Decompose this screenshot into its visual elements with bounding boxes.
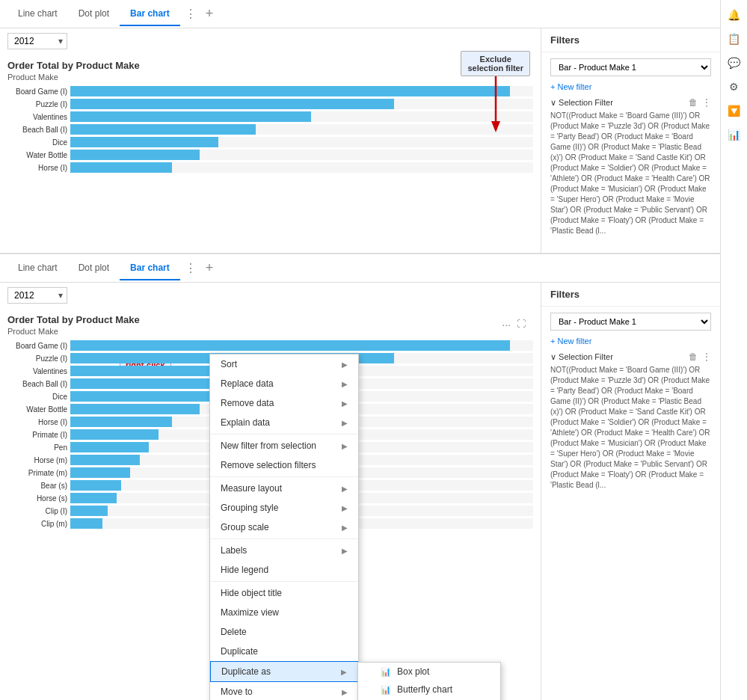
bottom-tab-add-icon[interactable]: +	[203, 257, 217, 279]
bottom-chart-title: Order Total by Product Make	[7, 314, 533, 325]
bottom-new-filter-btn[interactable]: + New filter	[550, 337, 711, 346]
ctx-hide-obj-title-label: Hide object title	[221, 588, 282, 598]
bar-fill	[70, 111, 311, 122]
bottom-chart-dots[interactable]: ···	[502, 319, 511, 331]
ctx-new-filter-label: New filter from selection	[221, 440, 316, 451]
bottom-chart-subtitle: Product Make	[7, 327, 533, 336]
bar-fill	[70, 162, 172, 173]
top-chart-subtitle: Product Make	[7, 73, 533, 82]
sub-box-plot-icon: 📊	[379, 667, 393, 677]
sidebar-icon-clipboard[interactable]: 📋	[725, 30, 743, 48]
right-sidebar: 🔔 📋 💬 ⚙ 🔽 📊	[720, 0, 747, 700]
ctx-measure-layout[interactable]: Measure layout ▶	[210, 479, 358, 498]
bottom-tab-dot-plot[interactable]: Dot plot	[68, 257, 120, 280]
bar-label: Bear (s)	[7, 482, 67, 490]
bottom-filter-select[interactable]: Bar - Product Make 1	[550, 313, 711, 331]
top-chart-title: Order Total by Product Make	[7, 60, 533, 71]
ctx-measure-layout-label: Measure layout	[221, 483, 282, 494]
bar-label: Clip (I)	[7, 507, 67, 515]
ctx-duplicate[interactable]: Duplicate	[210, 642, 358, 661]
bottom-filters-body: Bar - Product Make 1 + New filter ∨ Sele…	[541, 307, 720, 700]
top-panel: Line chart Dot plot Bar chart ⋮ + 2012	[0, 0, 720, 254]
content-area: Line chart Dot plot Bar chart ⋮ + 2012	[0, 0, 720, 700]
ctx-remove-sel-filters[interactable]: Remove selection filters	[210, 455, 358, 475]
bottom-tab-more-icon[interactable]: ⋮	[182, 258, 200, 278]
bar-label: Board Game (I)	[7, 342, 67, 350]
ctx-div3	[210, 538, 358, 539]
ctx-group-scale[interactable]: Group scale ▶	[210, 518, 358, 537]
bottom-tab-bar-chart[interactable]: Bar chart	[120, 257, 180, 280]
bar-label: Puzzle (I)	[7, 100, 67, 108]
bottom-panel: Line chart Dot plot Bar chart ⋮ + 2012	[0, 254, 720, 700]
ctx-duplicate-as[interactable]: Duplicate as ▶ 📊 Box plot 📊 But	[210, 661, 358, 682]
sub-butterfly-chart[interactable]: 📊 Butterfly chart	[358, 681, 500, 699]
ctx-hide-legend[interactable]: Hide legend	[210, 560, 358, 580]
ctx-explain-data[interactable]: Explain data ▶	[210, 413, 358, 432]
top-year-dropdown[interactable]: 2012	[7, 33, 67, 49]
ctx-remove-data-label: Remove data	[221, 398, 274, 408]
bottom-sel-filter-more[interactable]: ⋮	[702, 351, 711, 362]
ctx-labels-arrow: ▶	[342, 547, 348, 555]
top-header-row: 2012	[0, 28, 541, 54]
top-panels-row: 2012 ··· ⛶ Order Total by Product Make P…	[0, 28, 720, 253]
ctx-grouping-style[interactable]: Grouping style ▶	[210, 498, 358, 518]
bar-row: Dice	[7, 137, 533, 147]
ctx-new-filter[interactable]: New filter from selection ▶	[210, 436, 358, 455]
bar-fill	[70, 455, 140, 465]
tab-dot-plot[interactable]: Dot plot	[68, 2, 120, 26]
bar-label: Beach Ball (I)	[7, 380, 67, 388]
sidebar-icon-chart[interactable]: 📊	[725, 126, 743, 144]
top-chart-container: 2012 ··· ⛶ Order Total by Product Make P…	[0, 28, 541, 253]
sub-box-plot[interactable]: 📊 Box plot	[358, 663, 500, 681]
bottom-chart-expand[interactable]: ⛶	[517, 319, 526, 329]
ctx-hide-obj-title[interactable]: Hide object title	[210, 583, 358, 603]
bar-row: Puzzle (I)	[7, 99, 533, 109]
ctx-delete[interactable]: Delete	[210, 622, 358, 642]
sidebar-icon-bell[interactable]: 🔔	[725, 6, 743, 24]
bar-track	[70, 150, 533, 160]
top-new-filter-btn[interactable]: + New filter	[550, 82, 711, 91]
bar-fill	[70, 429, 159, 440]
bar-fill	[70, 391, 218, 402]
ctx-div2	[210, 476, 358, 477]
bar-row: Board Game (I)	[7, 340, 533, 351]
top-sel-filter-trash[interactable]: 🗑	[689, 97, 698, 108]
ctx-replace-data-label: Replace data	[221, 378, 274, 389]
bar-label: Primate (I)	[7, 431, 67, 439]
tab-line-chart[interactable]: Line chart	[7, 2, 68, 26]
sidebar-icon-filter[interactable]: 🔽	[725, 102, 743, 120]
ctx-group-scale-arrow: ▶	[342, 524, 348, 532]
ctx-move-to-arrow: ▶	[342, 688, 348, 696]
ctx-div1	[210, 434, 358, 435]
top-sel-filter-more[interactable]: ⋮	[702, 97, 711, 108]
bar-fill	[70, 404, 200, 414]
ctx-maximize[interactable]: Maximize view	[210, 603, 358, 622]
context-menu: Sort ▶ Replace data ▶ Remove data ▶ Ex	[209, 354, 359, 700]
top-sel-filter-icons: 🗑 ⋮	[689, 97, 711, 108]
bar-fill	[70, 150, 200, 160]
bar-fill	[70, 417, 172, 427]
bottom-sel-filter-trash[interactable]: 🗑	[689, 351, 698, 362]
ctx-sort[interactable]: Sort ▶	[210, 354, 358, 374]
sidebar-icon-gear[interactable]: ⚙	[725, 78, 743, 96]
bar-label: Horse (I)	[7, 164, 67, 172]
top-sel-filter-text: NOT((Product Make = 'Board Game (III)') …	[550, 111, 711, 236]
sub-box-plot-label: Box plot	[397, 666, 429, 677]
bar-label: Board Game (I)	[7, 88, 67, 96]
tab-add-icon[interactable]: +	[203, 3, 217, 25]
bottom-filters-header: Filters	[541, 283, 720, 307]
top-tabs-bar: Line chart Dot plot Bar chart ⋮ +	[0, 0, 720, 28]
tab-more-icon[interactable]: ⋮	[182, 4, 200, 24]
top-filter-select[interactable]: Bar - Product Make 1	[550, 58, 711, 76]
bottom-tab-line-chart[interactable]: Line chart	[7, 257, 68, 280]
ctx-div4	[210, 581, 358, 582]
ctx-labels[interactable]: Labels ▶	[210, 541, 358, 560]
bottom-chart-container: 2012 right-click ··· ⛶ Order Total by Pr…	[0, 283, 541, 700]
ctx-replace-data[interactable]: Replace data ▶	[210, 374, 358, 393]
ctx-remove-data[interactable]: Remove data ▶	[210, 393, 358, 413]
bottom-sel-filter-text: NOT((Product Make = 'Board Game (III)') …	[550, 365, 711, 491]
tab-bar-chart[interactable]: Bar chart	[120, 2, 180, 26]
sidebar-icon-chat[interactable]: 💬	[725, 54, 743, 72]
bottom-year-dropdown[interactable]: 2012	[7, 287, 67, 304]
ctx-move-to[interactable]: Move to ▶	[210, 682, 358, 700]
